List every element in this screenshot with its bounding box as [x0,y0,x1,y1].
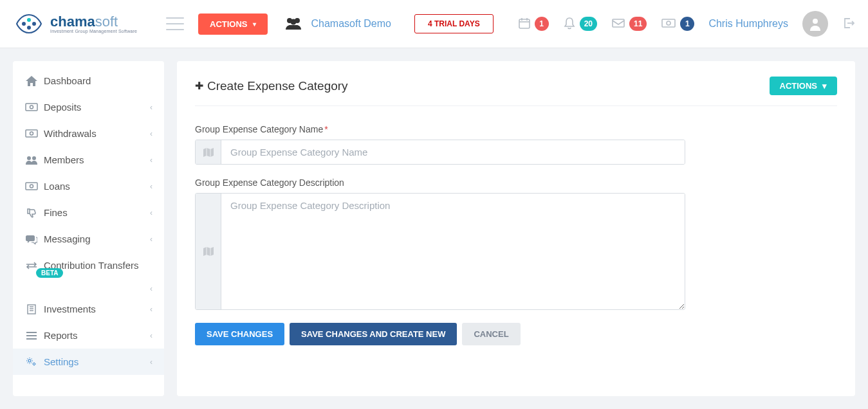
users-icon [284,17,302,32]
chevron-left-icon: ‹ [150,103,152,112]
chevron-down-icon: ▾ [253,21,256,28]
save-and-new-button[interactable]: SAVE CHANGES AND CREATE NEW [290,323,457,345]
avatar[interactable] [802,11,828,37]
calendar-notification[interactable]: 1 [518,17,549,32]
svg-point-16 [30,105,33,109]
chevron-left-icon: ‹ [150,129,152,138]
sidebar-item-reports[interactable]: Reports ‹ [13,322,164,349]
svg-rect-21 [26,183,37,190]
sidebar-item-label: Investments [44,304,150,314]
sidebar-item-label: Messaging [44,233,150,244]
sidebar-item-loans[interactable]: Loans ‹ [13,173,164,199]
building-icon [24,304,39,314]
page-title: ✚ Create Expense Category [195,79,348,93]
user-name[interactable]: Chris Humphreys [708,18,788,30]
mail-notification[interactable]: 11 [611,17,647,31]
chevron-left-icon: ‹ [150,156,152,165]
chevron-down-icon: ▾ [822,81,827,91]
money-icon [24,182,39,190]
cogs-icon [24,357,39,367]
svg-rect-11 [613,19,624,27]
sidebar-item-label: Withdrawals [44,128,150,139]
sidebar-item-label: Deposits [44,102,150,113]
sidebar-item-messaging[interactable]: Messaging ‹ [13,226,164,252]
logo-icon [13,12,45,35]
sidebar-item-fines[interactable]: Fines ‹ [13,199,164,226]
svg-rect-12 [662,19,675,27]
sidebar-item-label: Reports [44,330,150,341]
map-icon [196,140,221,164]
svg-rect-15 [26,104,37,111]
svg-point-13 [667,21,670,25]
wallet-notification[interactable]: 1 [661,17,694,31]
sidebar-item-members[interactable]: Members ‹ [13,147,164,173]
svg-point-0 [27,18,31,22]
transfer-icon [24,262,39,269]
chevron-left-icon: ‹ [150,305,152,314]
home-icon [24,76,39,86]
svg-point-3 [27,26,31,30]
money-icon [24,129,39,138]
thumbs-down-icon [24,208,39,218]
content-panel: ✚ Create Expense Category ACTIONS ▾ Grou… [177,61,855,396]
app-header: chamasoft Investment Group Management So… [0,0,868,48]
chevron-left-icon: ‹ [150,182,152,191]
svg-point-18 [30,132,33,135]
trial-badge[interactable]: 4 TRIAL DAYS [414,14,494,33]
chevron-left-icon: ‹ [150,284,152,293]
svg-point-22 [30,185,33,188]
map-icon [196,194,221,309]
users-icon [24,156,39,165]
sidebar-item-contribution-transfers[interactable]: Contribution Transfers BETA ‹ [13,252,164,296]
sidebar-toggle[interactable] [166,17,184,30]
cancel-button[interactable]: CANCEL [462,323,520,345]
svg-point-30 [28,359,31,362]
bell-icon [563,17,576,32]
money-icon [24,103,39,111]
chevron-left-icon: ‹ [150,235,152,244]
save-button[interactable]: SAVE CHANGES [195,323,284,345]
sidebar-item-deposits[interactable]: Deposits ‹ [13,94,164,120]
brand-text: chamasoft [50,15,137,29]
beta-badge: BETA [36,268,63,278]
svg-rect-7 [519,19,530,28]
sidebar-item-label: Loans [44,181,150,192]
svg-point-19 [27,156,31,160]
mail-icon [611,17,625,31]
category-desc-label: Group Expense Category Description [195,177,685,188]
chevron-left-icon: ‹ [150,208,152,217]
category-name-input-group [195,140,685,165]
group-selector[interactable]: Chamasoft Demo [284,17,392,32]
logout-icon[interactable] [842,17,855,32]
category-name-input[interactable] [221,140,685,164]
sidebar: Dashboard Deposits ‹ Withdrawals ‹ Membe… [13,61,164,396]
sidebar-item-label: Settings [44,356,150,367]
list-icon [24,332,39,340]
sidebar-item-dashboard[interactable]: Dashboard [13,68,164,94]
calendar-icon [518,17,531,32]
chevron-left-icon: ‹ [150,358,152,367]
page-actions-dropdown[interactable]: ACTIONS ▾ [770,77,838,95]
svg-point-20 [32,156,36,160]
sidebar-item-withdrawals[interactable]: Withdrawals ‹ [13,120,164,147]
chevron-left-icon: ‹ [150,331,152,340]
money-icon [661,18,676,30]
plus-icon: ✚ [195,80,203,92]
svg-rect-17 [26,130,37,137]
svg-point-1 [22,22,26,26]
svg-point-2 [32,22,36,26]
logo-area[interactable]: chamasoft Investment Group Management So… [13,12,161,35]
chat-icon [24,234,39,244]
svg-rect-23 [28,305,35,314]
category-desc-textarea[interactable] [221,194,685,309]
bell-notification[interactable]: 20 [563,17,597,32]
top-actions-label: ACTIONS [210,19,248,29]
sidebar-item-label: Dashboard [44,75,152,86]
sidebar-item-settings[interactable]: Settings ‹ [13,349,164,375]
brand-subtitle: Investment Group Management Software [50,29,137,33]
header-right: 1 20 11 1 Chris Humphreys [518,11,855,37]
sidebar-item-label: Members [44,154,150,165]
top-actions-dropdown[interactable]: ACTIONS ▾ [198,14,268,35]
sidebar-item-investments[interactable]: Investments ‹ [13,296,164,322]
group-name: Chamasoft Demo [311,18,392,30]
